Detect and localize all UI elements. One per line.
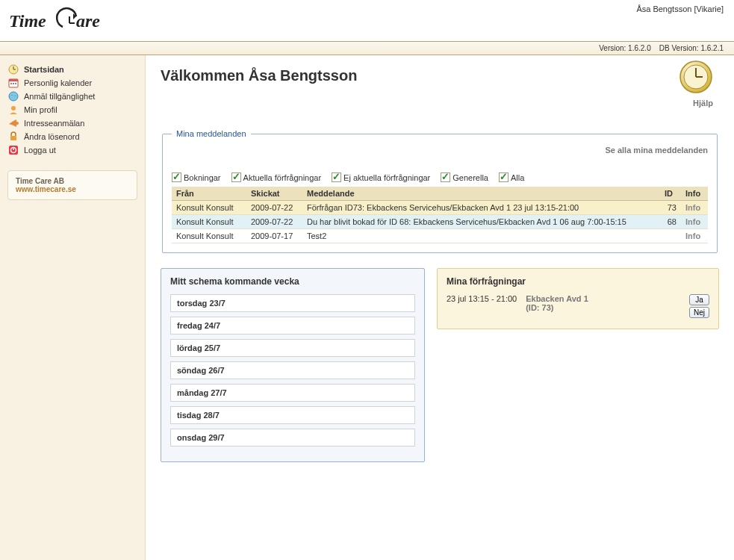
sidebar-item-profile[interactable]: Min profil — [7, 103, 137, 116]
svg-point-13 — [9, 92, 18, 101]
cell-id — [660, 229, 681, 243]
inquiry-time: 23 jul 13:15 - 21:00 — [447, 294, 517, 303]
cell-sent: 2009-07-17 — [246, 229, 302, 243]
checkbox-icon — [441, 172, 450, 182]
sidebar-item-label: Anmäl tillgänglighet — [24, 92, 95, 101]
filter-label: Generella — [452, 173, 488, 182]
sidebar-item-label: Startsidan — [24, 65, 64, 74]
cell-from: Konsult Konsult — [172, 215, 246, 229]
schedule-day-row[interactable]: onsdag 29/7 — [170, 429, 415, 447]
no-button[interactable]: Nej — [689, 307, 709, 318]
sidebar-item-label: Personlig kalender — [24, 78, 92, 87]
company-name: Time Care AB — [16, 177, 129, 185]
company-box: Time Care AB www.timecare.se — [7, 170, 137, 200]
version-bar: Version: 1.6.2.0 DB Version: 1.6.2.1 — [0, 42, 734, 55]
filter-label: Bokningar — [184, 173, 221, 182]
help-link[interactable]: Hjälp — [693, 99, 713, 108]
filter-aktuella[interactable]: Aktuella förfrågningar — [231, 172, 322, 182]
cell-id: 73 — [660, 201, 681, 215]
svg-point-14 — [11, 106, 16, 111]
svg-rect-9 — [9, 79, 18, 81]
company-link[interactable]: www.timecare.se — [16, 185, 129, 193]
info-link[interactable]: Info — [685, 231, 700, 240]
cell-info: Info — [681, 201, 708, 215]
inquiry-location: Ekbacken Avd 1 — [526, 294, 588, 303]
svg-rect-10 — [10, 83, 12, 84]
user-label: Åsa Bengtsson [Vikarie] — [636, 4, 724, 13]
filter-label: Ej aktuella förfrågningar — [343, 173, 430, 182]
sidebar-item-availability[interactable]: Anmäl tillgänglighet — [7, 90, 137, 103]
sidebar-item-label: Logga ut — [24, 146, 56, 155]
col-from: Från — [172, 187, 246, 201]
megaphone-icon — [7, 117, 19, 129]
sidebar: Startsidan Personlig kalender Anmäl till… — [0, 55, 146, 560]
filter-label: Alla — [511, 173, 524, 182]
col-info: Info — [681, 187, 708, 201]
yes-button[interactable]: Ja — [689, 294, 709, 305]
see-all-messages-link[interactable]: Se alla mina meddelanden — [172, 146, 708, 155]
cell-sent: 2009-07-22 — [246, 201, 302, 215]
table-row: Konsult Konsult2009-07-22Du har blivit b… — [172, 215, 708, 229]
schedule-day-row[interactable]: lördag 25/7 — [170, 339, 415, 357]
schedule-day-row[interactable]: torsdag 23/7 — [170, 294, 415, 312]
svg-text:Time: Time — [9, 11, 46, 31]
version-label: Version: 1.6.2.0 — [599, 44, 651, 52]
nav-list: Startsidan Personlig kalender Anmäl till… — [7, 63, 137, 157]
inquiries-title: Mina förfrågningar — [447, 276, 709, 287]
schedule-day-row[interactable]: tisdag 28/7 — [170, 406, 415, 424]
filter-generella[interactable]: Generella — [441, 172, 488, 182]
svg-text:are: are — [76, 11, 100, 31]
cell-from: Konsult Konsult — [172, 201, 246, 215]
sidebar-item-password[interactable]: Ändra lösenord — [7, 130, 137, 143]
col-id: ID — [660, 187, 681, 201]
messages-legend: Mina meddelanden — [172, 129, 251, 138]
sidebar-item-label: Min profil — [24, 105, 57, 114]
messages-table: Från Skickat Meddelande ID Info Konsult … — [172, 187, 708, 243]
topbar: Time are Åsa Bengtsson [Vikarie] — [0, 0, 734, 42]
sidebar-item-label: Ändra lösenord — [24, 132, 80, 141]
info-link[interactable]: Info — [685, 203, 700, 212]
sidebar-item-logout[interactable]: Logga ut — [7, 143, 137, 157]
calendar-icon — [7, 77, 19, 89]
sidebar-item-label: Intresseanmälan — [24, 119, 84, 128]
cell-info: Info — [681, 229, 708, 243]
cell-message: Du har blivit bokad för ID 68: Ekbackens… — [302, 215, 660, 229]
svg-rect-11 — [13, 83, 14, 84]
inquiry-row: 23 jul 13:15 - 21:00 Ekbacken Avd 1 (ID:… — [447, 294, 709, 318]
schedule-day-row[interactable]: fredag 24/7 — [170, 317, 415, 335]
schedule-title: Mitt schema kommande vecka — [170, 276, 415, 287]
messages-panel: Mina meddelanden Se alla mina meddelande… — [162, 129, 718, 253]
lock-icon — [7, 131, 19, 143]
sidebar-item-interest[interactable]: Intresseanmälan — [7, 116, 137, 130]
logo: Time are — [9, 4, 113, 39]
page-title: Välkommen Åsa Bengtsson — [161, 67, 719, 84]
sidebar-item-calendar[interactable]: Personlig kalender — [7, 76, 137, 90]
svg-rect-12 — [15, 83, 16, 84]
checkbox-icon — [332, 172, 341, 182]
schedule-day-row[interactable]: söndag 26/7 — [170, 361, 415, 379]
table-row: Konsult Konsult2009-07-22Förfrågan ID73:… — [172, 201, 708, 215]
db-version-label: DB Version: 1.6.2.1 — [659, 44, 724, 52]
col-message: Meddelande — [302, 187, 660, 201]
inquiries-panel: Mina förfrågningar 23 jul 13:15 - 21:00 … — [437, 268, 719, 329]
cell-sent: 2009-07-22 — [246, 215, 302, 229]
info-link[interactable]: Info — [685, 217, 700, 226]
filter-ej-aktuella[interactable]: Ej aktuella förfrågningar — [332, 172, 430, 182]
logout-icon — [7, 144, 19, 156]
main-content: Välkommen Åsa Bengtsson Hjälp Mina medde… — [146, 55, 734, 560]
svg-point-15 — [16, 122, 19, 125]
schedule-panel: Mitt schema kommande vecka torsdag 23/7f… — [161, 268, 425, 462]
user-icon — [7, 104, 19, 116]
schedule-day-row[interactable]: måndag 27/7 — [170, 384, 415, 402]
col-sent: Skickat — [246, 187, 302, 201]
checkbox-icon — [231, 172, 241, 182]
filter-bokningar[interactable]: Bokningar — [172, 172, 221, 182]
filter-label: Aktuella förfrågningar — [243, 173, 322, 182]
checkbox-icon — [172, 172, 181, 182]
checkbox-icon — [499, 172, 508, 182]
header-clock-icon — [679, 60, 713, 96]
cell-from: Konsult Konsult — [172, 229, 246, 243]
filter-alla[interactable]: Alla — [499, 172, 524, 182]
globe-icon — [7, 90, 19, 102]
sidebar-item-start[interactable]: Startsidan — [7, 63, 137, 76]
